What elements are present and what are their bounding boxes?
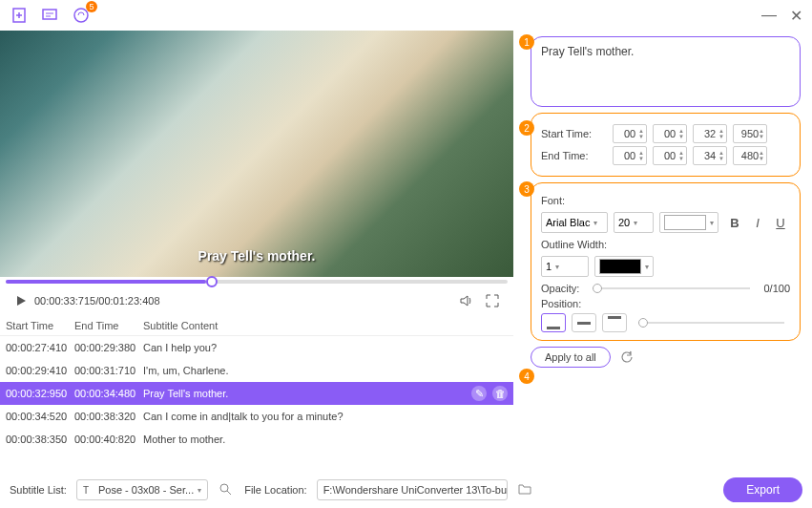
- outline-color-select[interactable]: ▾: [594, 256, 654, 277]
- fullscreen-icon[interactable]: [483, 291, 502, 310]
- minimize-button[interactable]: —: [761, 7, 777, 24]
- add-subtitle-icon[interactable]: [40, 5, 61, 26]
- add-file-icon[interactable]: [10, 5, 31, 26]
- table-row[interactable]: 00:00:32:95000:00:34:480Pray Tell's moth…: [0, 382, 513, 405]
- font-family-select[interactable]: Arial Blac▾: [541, 212, 608, 233]
- file-location-input[interactable]: F:\Wondershare UniConverter 13\To-bur: [317, 479, 508, 500]
- row-edit-icon[interactable]: ✎: [471, 386, 487, 401]
- subtitle-list-select[interactable]: T Pose - 03x08 - Ser...▾: [76, 479, 208, 500]
- cell-content: Pray Tell's mother.: [143, 388, 471, 399]
- svg-line-7: [227, 491, 231, 495]
- badge: 5: [86, 1, 97, 12]
- play-button[interactable]: [11, 291, 31, 310]
- end-sec-input[interactable]: 34▲▼: [693, 146, 727, 165]
- start-hour-input[interactable]: 00▲▼: [613, 124, 647, 143]
- opacity-label: Opacity:: [541, 283, 579, 294]
- font-card: Font: Arial Blac▾ 20▾ ▾ B I U Outline Wi…: [531, 182, 801, 341]
- titlebar: 5 — ✕: [0, 0, 812, 31]
- col-start-header: Start Time: [6, 320, 74, 331]
- outline-label: Outline Width:: [541, 239, 790, 250]
- cell-content: Can I come in and|talk to you for a minu…: [143, 411, 508, 422]
- col-end-header: End Time: [74, 320, 143, 331]
- reset-icon[interactable]: [618, 349, 635, 366]
- position-middle[interactable]: [572, 313, 596, 332]
- subtitle-text-input[interactable]: Pray Tell's mother.: [541, 45, 790, 58]
- position-slider[interactable]: [638, 322, 784, 324]
- cell-end: 00:00:40:820: [74, 434, 143, 445]
- cell-start: 00:00:34:520: [6, 411, 74, 422]
- underline-button[interactable]: U: [771, 213, 790, 232]
- cell-end: 00:00:29:380: [74, 342, 143, 353]
- table-row[interactable]: 00:00:38:35000:00:40:820Mother to mother…: [0, 428, 513, 451]
- folder-icon[interactable]: [517, 481, 534, 498]
- start-ms-input[interactable]: 950▲▼: [733, 124, 767, 143]
- font-color-select[interactable]: ▾: [659, 212, 718, 233]
- position-bottom[interactable]: [541, 313, 566, 332]
- close-button[interactable]: ✕: [790, 7, 802, 25]
- end-min-input[interactable]: 00▲▼: [653, 146, 687, 165]
- subtitle-overlay: Pray Tell's mother.: [198, 248, 316, 264]
- time-card: Start Time: 00▲▼ 00▲▼ 32▲▼ 950▲▼ End Tim…: [531, 113, 801, 177]
- auto-generate-icon[interactable]: 5: [71, 5, 92, 26]
- subtitle-text-card: Pray Tell's mother.: [531, 36, 801, 107]
- video-preview: Pray Tell's mother.: [0, 31, 513, 277]
- end-time-label: End Time:: [541, 150, 610, 161]
- svg-point-4: [74, 9, 88, 22]
- subtitle-table: 00:00:27:41000:00:29:380Can I help you?0…: [0, 336, 513, 470]
- opacity-value: 0/100: [763, 283, 790, 294]
- apply-to-all-button[interactable]: Apply to all: [531, 347, 611, 368]
- step-bubble-2: 2: [519, 120, 534, 136]
- step-bubble-4: 4: [519, 369, 534, 384]
- cell-content: Mother to mother.: [143, 434, 508, 445]
- position-label: Position:: [541, 298, 790, 309]
- italic-button[interactable]: I: [748, 213, 767, 232]
- table-row[interactable]: 00:00:27:41000:00:29:380Can I help you?: [0, 336, 513, 359]
- end-hour-input[interactable]: 00▲▼: [613, 146, 647, 165]
- scrubber[interactable]: [0, 277, 513, 286]
- step-bubble-3: 3: [519, 181, 534, 197]
- start-sec-input[interactable]: 32▲▼: [693, 124, 727, 143]
- col-content-header: Subtitle Content: [143, 320, 508, 331]
- table-row[interactable]: 00:00:29:41000:00:31:710I'm, um, Charlen…: [0, 359, 513, 382]
- export-button[interactable]: Export: [723, 477, 802, 502]
- step-bubble-1: 1: [519, 34, 534, 50]
- font-label: Font:: [541, 195, 790, 206]
- svg-text:T: T: [83, 485, 89, 496]
- footer: Subtitle List: T Pose - 03x08 - Ser...▾ …: [0, 472, 812, 508]
- cell-start: 00:00:32:950: [6, 388, 74, 399]
- start-time-label: Start Time:: [541, 128, 610, 139]
- font-size-select[interactable]: 20▾: [614, 212, 654, 233]
- position-top[interactable]: [602, 313, 627, 332]
- cell-content: I'm, um, Charlene.: [143, 365, 508, 376]
- outline-width-select[interactable]: 1▾: [541, 256, 589, 277]
- volume-icon[interactable]: [456, 291, 475, 310]
- end-ms-input[interactable]: 480▲▼: [733, 146, 767, 165]
- subtitle-list-label: Subtitle List:: [10, 484, 67, 496]
- file-location-label: File Location:: [244, 484, 306, 496]
- table-row[interactable]: 00:00:34:52000:00:38:320Can I come in an…: [0, 405, 513, 428]
- cell-start: 00:00:27:410: [6, 342, 74, 353]
- cell-end: 00:00:31:710: [74, 365, 143, 376]
- cell-start: 00:00:38:350: [6, 434, 74, 445]
- cell-end: 00:00:34:480: [74, 388, 143, 399]
- bold-button[interactable]: B: [725, 213, 744, 232]
- search-icon[interactable]: [218, 481, 235, 498]
- cell-start: 00:00:29:410: [6, 365, 74, 376]
- cell-end: 00:00:38:320: [74, 411, 143, 422]
- start-min-input[interactable]: 00▲▼: [653, 124, 687, 143]
- row-delete-icon[interactable]: 🗑: [492, 386, 508, 401]
- cell-content: Can I help you?: [143, 342, 508, 353]
- svg-point-6: [220, 484, 228, 492]
- opacity-slider[interactable]: [593, 287, 750, 289]
- svg-rect-1: [43, 10, 56, 19]
- table-header: Start Time End Time Subtitle Content: [0, 315, 513, 336]
- time-display: 00:00:33:715/00:01:23:408: [34, 295, 160, 307]
